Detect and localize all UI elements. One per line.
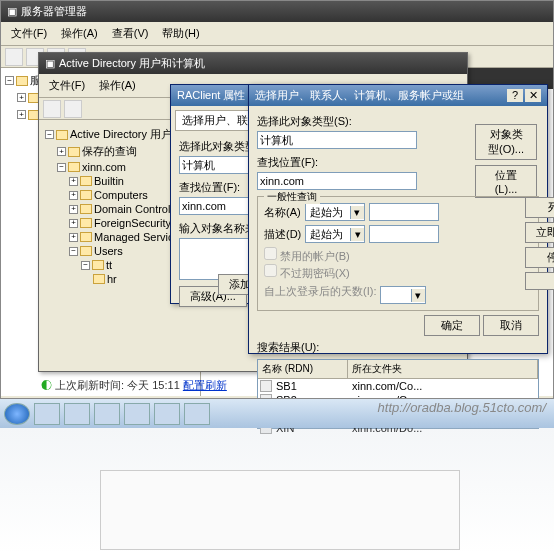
expander-icon[interactable]: + <box>69 205 78 214</box>
expander-icon[interactable]: + <box>17 110 26 119</box>
expander-icon[interactable]: + <box>17 93 26 102</box>
col-name[interactable]: 名称 (RDN) <box>258 360 348 378</box>
folder-icon <box>68 147 80 157</box>
expander-icon[interactable]: + <box>69 233 78 242</box>
tool-back-icon[interactable] <box>43 100 61 118</box>
main-title: 服务器管理器 <box>21 4 87 19</box>
list-header[interactable]: 名称 (RDN) 所在文件夹 <box>258 360 538 379</box>
folder-icon <box>56 130 68 140</box>
status-time: 今天 15:11 <box>127 379 180 391</box>
disabled-label: 禁用的帐户(B) <box>280 250 350 262</box>
columns-button[interactable]: 列(C)... <box>525 197 554 218</box>
stop-button[interactable]: 停止(T) <box>525 247 554 268</box>
location-button[interactable]: 位置(L)... <box>475 165 537 198</box>
chevron-down-icon[interactable]: ▾ <box>411 289 425 302</box>
last-login-label: 自上次登录后的天数(I): <box>264 285 376 297</box>
name-filter-input[interactable] <box>369 203 439 221</box>
sel-location-field[interactable] <box>257 172 417 190</box>
expander-icon[interactable]: − <box>45 130 54 139</box>
task-item[interactable] <box>94 403 120 425</box>
desc-filter-input[interactable] <box>369 225 439 243</box>
chevron-down-icon[interactable]: ▾ <box>350 228 364 241</box>
app-icon: ▣ <box>7 5 17 18</box>
group-legend: 一般性查询 <box>264 190 320 204</box>
cancel-button[interactable]: 取消 <box>483 315 539 336</box>
folder-icon <box>93 274 105 284</box>
select-title: 选择用户、联系人、计算机、服务帐户或组 <box>255 88 464 103</box>
ad-extra[interactable]: hr <box>107 273 117 285</box>
ad-menu-file[interactable]: 文件(F) <box>43 76 91 95</box>
ad-extra[interactable]: tt <box>106 259 112 271</box>
general-query-group: 一般性查询 名称(A) 起始为▾ 描述(D) 起始为▾ 禁用的帐户(B) 不过期… <box>257 196 539 311</box>
pwd-checkbox[interactable] <box>264 264 277 277</box>
ad-domain[interactable]: xinn.com <box>82 161 126 173</box>
expander-icon[interactable]: + <box>57 147 66 156</box>
sel-obj-type-field[interactable] <box>257 131 417 149</box>
days-combo[interactable]: ▾ <box>380 286 426 304</box>
folder-icon <box>80 190 92 200</box>
task-item[interactable] <box>154 403 180 425</box>
list-row[interactable]: SB1xinn.com/Co... <box>258 379 538 393</box>
ok-button[interactable]: 确定 <box>424 315 480 336</box>
task-item[interactable] <box>64 403 90 425</box>
name-op-combo[interactable]: 起始为▾ <box>305 203 365 221</box>
help-icon[interactable]: ? <box>507 89 523 102</box>
watermark: http://oradba.blog.51cto.com/ <box>378 400 546 415</box>
task-item[interactable] <box>34 403 60 425</box>
ad-title: Active Directory 用户和计算机 <box>59 56 205 71</box>
menu-view[interactable]: 查看(V) <box>106 24 155 43</box>
close-icon[interactable]: ✕ <box>525 89 541 102</box>
folder-icon <box>80 204 92 214</box>
disabled-checkbox[interactable] <box>264 247 277 260</box>
tool-back-icon[interactable] <box>5 48 23 66</box>
results-label: 搜索结果(U): <box>257 340 539 355</box>
task-item[interactable] <box>124 403 150 425</box>
ad-child[interactable]: Builtin <box>94 175 124 187</box>
desc-filter-label: 描述(D) <box>264 227 301 242</box>
ad-saved[interactable]: 保存的查询 <box>82 144 137 159</box>
folder-icon <box>92 260 104 270</box>
status-link[interactable]: 配置刷新 <box>183 379 227 391</box>
select-body: 选择此对象类型(S): 对象类型(O)... 查找位置(F): 位置(L)...… <box>249 106 547 354</box>
select-titlebar[interactable]: 选择用户、联系人、计算机、服务帐户或组 ? ✕ <box>249 85 547 106</box>
ad-child[interactable]: Computers <box>94 189 148 201</box>
expander-icon[interactable]: + <box>69 177 78 186</box>
folder-icon <box>80 176 92 186</box>
desc-op-combo[interactable]: 起始为▾ <box>305 225 365 243</box>
tool-up-icon[interactable] <box>64 100 82 118</box>
select-dialog: 选择用户、联系人、计算机、服务帐户或组 ? ✕ 选择此对象类型(S): 对象类型… <box>248 84 548 354</box>
name-filter-label: 名称(A) <box>264 205 301 220</box>
folder-icon <box>80 246 92 256</box>
menu-file[interactable]: 文件(F) <box>5 24 53 43</box>
ad-menu-action[interactable]: 操作(A) <box>93 76 142 95</box>
search-button[interactable]: 立即查找(N) <box>525 222 554 243</box>
task-item[interactable] <box>184 403 210 425</box>
expander-icon[interactable]: − <box>69 247 78 256</box>
server-icon <box>16 76 28 86</box>
props-title: RAClient 属性 <box>177 88 245 103</box>
reflection-panel <box>100 470 460 550</box>
pwd-label: 不过期密码(X) <box>280 267 350 279</box>
menu-help[interactable]: 帮助(H) <box>156 24 205 43</box>
main-menubar: 文件(F) 操作(A) 查看(V) 帮助(H) <box>1 22 553 46</box>
folder-icon <box>68 162 80 172</box>
chevron-down-icon[interactable]: ▾ <box>350 206 364 219</box>
ad-titlebar[interactable]: ▣ Active Directory 用户和计算机 <box>39 53 467 74</box>
menu-action[interactable]: 操作(A) <box>55 24 104 43</box>
col-folder[interactable]: 所在文件夹 <box>348 360 538 378</box>
ad-child[interactable]: Users <box>94 245 123 257</box>
status-label: 上次刷新时间: <box>55 379 124 391</box>
expander-icon[interactable]: − <box>5 76 14 85</box>
refresh-icon: ◐ <box>41 379 52 391</box>
expander-icon[interactable]: − <box>81 261 90 270</box>
expander-icon[interactable]: + <box>69 219 78 228</box>
folder-icon <box>80 232 92 242</box>
folder-icon <box>80 218 92 228</box>
start-button[interactable] <box>4 403 30 425</box>
expander-icon[interactable]: − <box>57 163 66 172</box>
expander-icon[interactable]: + <box>69 191 78 200</box>
main-titlebar[interactable]: ▣ 服务器管理器 <box>1 1 553 22</box>
ad-icon: ▣ <box>45 57 55 70</box>
computer-icon <box>260 380 272 392</box>
extra-button[interactable]: ≡ <box>525 272 554 290</box>
